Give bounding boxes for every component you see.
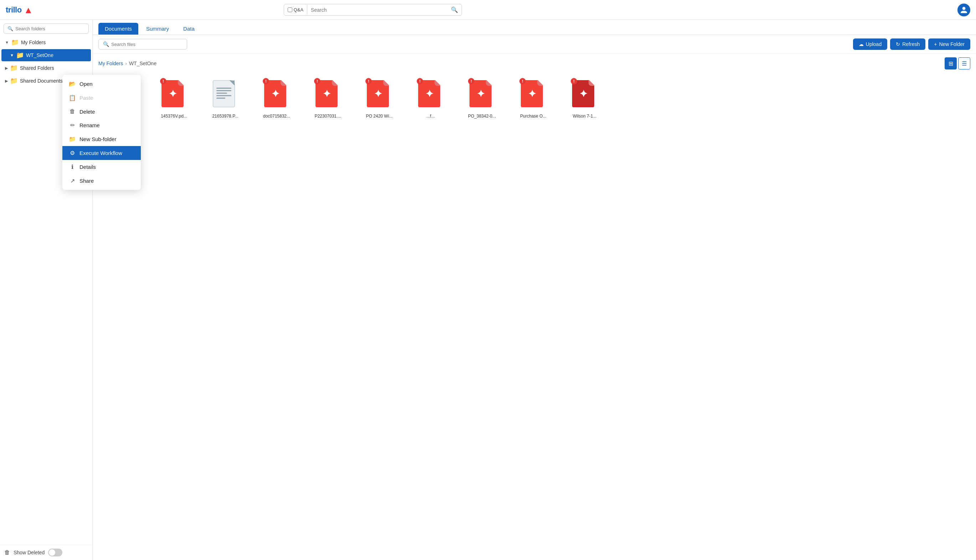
ctx-item-paste: 📋 Paste (62, 91, 141, 105)
sidebar-item-my-folders[interactable]: ▼ 📁 My Folders (2, 36, 91, 48)
breadcrumb-separator: › (125, 60, 127, 66)
file-name: doc0715832... (263, 113, 290, 118)
pdf-icon: ✦ ! (521, 80, 546, 109)
folder-icon: 📁 (10, 64, 18, 72)
tab-summary[interactable]: Summary (140, 23, 175, 35)
ctx-label-share: Share (80, 178, 94, 184)
pdf-icon: ✦ ! (572, 80, 597, 109)
file-name: PO_38342-0... (468, 113, 496, 118)
show-deleted-toggle[interactable] (48, 548, 62, 557)
file-grid: ✦ ! .... ✦ ! 145376V.pd.. (93, 73, 976, 560)
pdf-icon: ✦ ! (418, 80, 443, 109)
view-toggle: ⊞ ☰ (944, 57, 970, 70)
content-area: Documents Summary Data 🔍 ☁ Upload ↻ Refr… (93, 20, 976, 560)
file-item[interactable]: 21653978.P... (204, 79, 247, 118)
pdf-icon: ✦ ! (264, 80, 289, 109)
qa-checkbox-input[interactable] (287, 7, 292, 12)
ctx-label-new-subfolder: New Sub-folder (80, 136, 116, 142)
ctx-label-delete: Delete (80, 108, 95, 115)
ctx-item-execute-workflow[interactable]: ⚙ Execute Workflow (62, 146, 141, 160)
tab-bar: Documents Summary Data (93, 20, 976, 35)
sidebar-bottom: 🗑 Show Deleted (0, 545, 92, 560)
file-item[interactable]: ✦ ! ...f... (409, 79, 452, 118)
ctx-item-rename[interactable]: ✏ Rename (62, 118, 141, 132)
caret-right-icon: ▶ (5, 79, 8, 83)
file-item[interactable]: ✦ ! doc0715832... (255, 79, 298, 118)
breadcrumb-current: WT_SetOne (129, 60, 157, 66)
ctx-item-details[interactable]: ℹ Details (62, 160, 141, 174)
file-item[interactable]: ✦ ! Wilson 7-1... (563, 79, 606, 118)
sidebar-item-label: Shared Folders (20, 65, 54, 71)
info-icon: ℹ (69, 163, 76, 170)
folder-icon: 📁 (11, 38, 19, 46)
avatar-button[interactable] (958, 3, 970, 17)
file-search-container: 🔍 (99, 39, 187, 50)
ctx-item-share[interactable]: ↗ Share (62, 174, 141, 188)
search-icon: 🔍 (447, 4, 461, 15)
app-logo: trillo ▲ (6, 5, 33, 15)
qa-label: Q&A (294, 7, 303, 12)
global-search-input[interactable] (307, 5, 447, 15)
upload-label: Upload (866, 41, 882, 47)
file-name: ...f... (426, 113, 435, 118)
sidebar-item-wt-setone[interactable]: ▼ 📁 WT_SetOne (2, 49, 91, 61)
file-item[interactable]: ✦ ! P22307031.... (307, 79, 349, 118)
sidebar-item-label: WT_SetOne (26, 52, 53, 58)
toolbar: 🔍 ☁ Upload ↻ Refresh + New Folder (93, 35, 976, 54)
sidebar-item-label: Shared Documents (20, 78, 63, 84)
grid-view-button[interactable]: ⊞ (944, 57, 957, 70)
doc-icon (213, 80, 238, 109)
ctx-item-open[interactable]: 📂 Open (62, 77, 141, 91)
pdf-icon: ✦ ! (162, 80, 186, 109)
tab-documents[interactable]: Documents (99, 23, 138, 35)
context-menu: 📂 Open 📋 Paste 🗑 Delete ✏ Rename 📁 New S… (62, 75, 141, 190)
folder-icon: 📁 (10, 77, 18, 85)
refresh-icon: ↻ (896, 41, 900, 47)
refresh-label: Refresh (902, 41, 920, 47)
upload-icon: ☁ (859, 41, 864, 47)
sidebar-search-container: 🔍 (3, 23, 89, 34)
share-icon: ↗ (69, 177, 76, 184)
file-name: Purchase O... (520, 113, 546, 118)
qa-checkbox-label[interactable]: Q&A (284, 5, 307, 15)
caret-down-icon: ▼ (5, 40, 9, 45)
ctx-label-execute-workflow: Execute Workflow (80, 150, 122, 156)
new-folder-button[interactable]: + New Folder (928, 38, 970, 50)
sidebar-item-shared-folders[interactable]: ▶ 📁 Shared Folders (2, 62, 91, 74)
ctx-item-new-subfolder[interactable]: 📁 New Sub-folder (62, 132, 141, 146)
avatar-icon (960, 6, 968, 14)
sidebar-search-input[interactable] (15, 26, 85, 32)
search-bar: Q&A 🔍 (284, 4, 462, 16)
folder-plus-icon: 📁 (69, 136, 76, 142)
ctx-label-open: Open (80, 81, 93, 87)
sidebar-item-label: My Folders (21, 40, 46, 45)
main-layout: 🔍 ▼ 📁 My Folders ▼ 📁 WT_SetOne ▶ 📁 Share… (0, 20, 976, 560)
file-item[interactable]: ✦ ! PO 2420 Wi... (358, 79, 401, 118)
new-folder-label: New Folder (939, 41, 964, 47)
caret-right-icon: ▶ (5, 66, 8, 70)
file-search-input[interactable] (111, 42, 182, 47)
pdf-icon: ✦ ! (316, 80, 341, 109)
caret-down-icon: ▼ (10, 53, 14, 57)
pencil-icon: ✏ (69, 122, 76, 128)
file-item[interactable]: ✦ ! PO_38342-0... (461, 79, 503, 118)
file-name: 21653978.P... (212, 113, 238, 118)
file-name: 145376V.pd... (161, 113, 187, 118)
tab-data[interactable]: Data (177, 23, 201, 35)
trash-icon: 🗑 (4, 549, 10, 556)
file-item[interactable]: ✦ ! 145376V.pd... (152, 79, 196, 118)
file-name: PO 2420 Wi... (366, 113, 393, 118)
file-search-icon: 🔍 (103, 41, 109, 47)
folder-icon: 📁 (16, 51, 24, 59)
ctx-item-delete[interactable]: 🗑 Delete (62, 105, 141, 118)
upload-button[interactable]: ☁ Upload (853, 38, 887, 50)
refresh-button[interactable]: ↻ Refresh (890, 38, 925, 50)
file-name: Wilson 7-1... (573, 113, 597, 118)
list-view-button[interactable]: ☰ (958, 57, 970, 70)
gear-icon: ⚙ (69, 150, 76, 157)
pdf-icon: ✦ ! (470, 80, 495, 109)
folder-open-icon: 📂 (69, 80, 76, 87)
breadcrumb-root[interactable]: My Folders (99, 60, 123, 66)
file-item[interactable]: ✦ ! Purchase O... (512, 79, 555, 118)
sidebar-search-icon: 🔍 (7, 26, 13, 32)
